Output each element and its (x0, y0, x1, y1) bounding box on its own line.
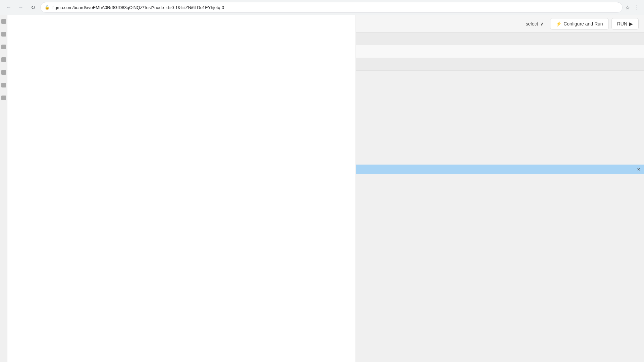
sidebar-icon-5[interactable] (1, 70, 6, 75)
lock-icon: 🔒 (45, 5, 50, 10)
forward-button[interactable]: → (16, 3, 25, 12)
sidebar-icon-6[interactable] (1, 83, 6, 87)
select-label: select (526, 21, 538, 26)
sidebar-icon-7[interactable] (1, 96, 6, 100)
back-icon: ← (6, 4, 11, 10)
refresh-button[interactable]: ↻ (28, 3, 38, 12)
canvas-area[interactable] (7, 15, 356, 362)
bookmark-icon[interactable]: ☆ (625, 4, 630, 11)
address-bar-row: ← → ↻ 🔒 figma.com/board/xvoEMhA0Rr3GfD83… (0, 0, 644, 15)
select-chevron-icon: ∨ (540, 21, 543, 26)
configure-run-button[interactable]: ⚡ Configure and Run (550, 18, 609, 29)
run-button[interactable]: RUN ▶ (611, 18, 639, 29)
address-bar[interactable]: 🔒 figma.com/board/xvoEMhA0Rr3GfD83qOlNQZ… (40, 2, 623, 13)
browser-menu-icon[interactable]: ⋮ (634, 4, 640, 11)
left-sidebar (0, 15, 7, 362)
sidebar-icon-2[interactable] (1, 32, 6, 37)
sidebar-icon-4[interactable] (1, 57, 6, 62)
sidebar-icon-1[interactable] (1, 19, 6, 24)
sidebar-icon-3[interactable] (1, 45, 6, 49)
run-icon: ▶ (629, 21, 633, 26)
panel-section-2 (356, 45, 644, 58)
back-button[interactable]: ← (4, 3, 13, 12)
url-text: figma.com/board/xvoEMhA0Rr3GfD83qOlNQZ/T… (52, 5, 618, 10)
panel-body: × (356, 71, 644, 362)
right-panel: select ∨ ⚡ Configure and Run RUN ▶ × (356, 15, 644, 362)
panel-section-3 (356, 58, 644, 71)
configure-run-icon: ⚡ (556, 21, 561, 26)
forward-icon: → (18, 4, 23, 10)
main-area: select ∨ ⚡ Configure and Run RUN ▶ × (0, 15, 644, 362)
select-dropdown[interactable]: select ∨ (522, 19, 548, 28)
run-label: RUN (617, 21, 627, 26)
right-panel-toolbar: select ∨ ⚡ Configure and Run RUN ▶ (356, 15, 644, 33)
refresh-icon: ↻ (31, 4, 35, 11)
blue-notification-bar: × (356, 165, 644, 174)
panel-section-1 (356, 33, 644, 45)
configure-run-label: Configure and Run (564, 21, 603, 26)
browser-chrome: ← → ↻ 🔒 figma.com/board/xvoEMhA0Rr3GfD83… (0, 0, 644, 15)
close-button[interactable]: × (637, 167, 640, 172)
